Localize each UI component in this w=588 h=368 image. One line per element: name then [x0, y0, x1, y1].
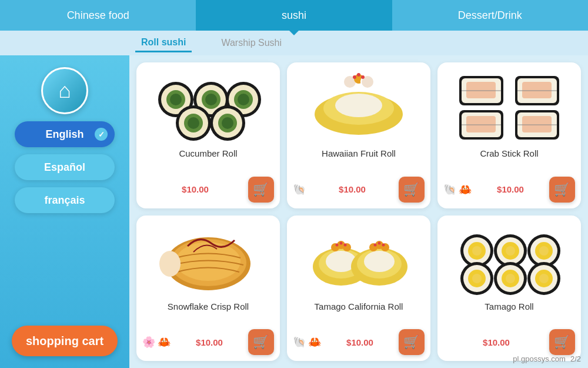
item-footer-crab-stick-roll: 🐚 🦀 $10.00 🛒	[443, 177, 575, 203]
tamago-california-roll-image	[293, 221, 425, 298]
cucumber-roll-image	[142, 68, 274, 145]
shell-icon-tamago-ca: 🐚	[293, 336, 306, 349]
svg-point-88	[506, 274, 515, 283]
shopping-cart-button[interactable]: shopping cart	[12, 326, 118, 356]
item-icons-crab-stick: 🐚 🦀	[443, 183, 472, 196]
svg-point-30	[361, 75, 365, 79]
tab-chinese-food[interactable]: Chinese food	[0, 0, 196, 31]
item-name-crab-stick-roll: Crab Stick Roll	[480, 148, 538, 158]
item-name-snowflake-crisp-roll: Snowflake Crisp Roll	[168, 301, 249, 311]
crab-icon-snowflake: 🦀	[158, 336, 171, 349]
svg-point-29	[357, 73, 360, 77]
lang-espanol-label: Español	[44, 161, 85, 174]
item-price-hawaiian-roll: $10.00	[339, 184, 366, 194]
svg-rect-37	[522, 82, 552, 98]
main-layout: ⌂ English ✓ Español français shopping ca…	[0, 55, 588, 368]
hawaiian-roll-image	[293, 68, 425, 145]
svg-point-68	[382, 244, 385, 247]
shell-icon-hawaiian: 🐚	[293, 184, 306, 195]
items-grid: Cucumber Roll $10.00 🛒	[129, 55, 588, 368]
snowflake-roll-image	[142, 221, 274, 298]
sidebar: ⌂ English ✓ Español français shopping ca…	[0, 55, 129, 368]
svg-point-66	[374, 244, 377, 247]
svg-point-11	[238, 94, 249, 105]
item-price-tamago-roll: $10.00	[483, 337, 510, 347]
svg-point-49	[176, 242, 240, 281]
svg-point-92	[539, 274, 549, 283]
svg-point-76	[506, 246, 515, 256]
add-to-cart-tamago-california-roll[interactable]: 🛒	[399, 329, 425, 355]
item-price-tamago-california-roll: $10.00	[346, 337, 373, 347]
top-navigation: Chinese food sushi Dessert/Drink	[0, 0, 588, 31]
item-footer-hawaiian-roll: 🐚 $10.00 🛒	[293, 177, 425, 203]
add-to-cart-crab-stick-roll[interactable]: 🛒	[549, 177, 575, 203]
svg-point-3	[170, 94, 182, 105]
svg-rect-33	[466, 82, 496, 98]
item-footer-tamago-california-roll: 🐚 🦀 $10.00 🛒	[293, 329, 425, 355]
svg-point-84	[472, 274, 482, 283]
item-card-snowflake-crisp-roll: Snowflake Crisp Roll 🌸 🦀 $10.00 🛒	[136, 216, 280, 362]
flower-icon-snowflake: 🌸	[142, 336, 155, 349]
svg-point-28	[353, 75, 356, 79]
item-name-hawaiian-roll: Hawaiian Fruit Roll	[322, 148, 396, 158]
subtab-warship-sushi[interactable]: Warship Sushi	[215, 35, 288, 51]
svg-point-22	[335, 94, 382, 117]
lang-english-label: English	[45, 128, 83, 141]
lang-francais-button[interactable]: français	[15, 187, 115, 213]
item-footer-tamago-roll: $10.00 🛒	[443, 329, 575, 355]
item-icons-hawaiian-roll: 🐚	[293, 183, 306, 196]
item-price-cucumber-roll: $10.00	[182, 184, 209, 194]
item-price-crab-stick-roll: $10.00	[497, 184, 524, 194]
item-footer-snowflake-crisp-roll: 🌸 🦀 $10.00 🛒	[142, 329, 274, 355]
item-icons-snowflake: 🌸 🦀	[142, 336, 171, 349]
svg-point-58	[340, 242, 343, 245]
svg-rect-41	[466, 116, 496, 132]
svg-point-15	[188, 117, 199, 129]
svg-point-67	[378, 242, 381, 245]
tamago-roll-image	[443, 221, 575, 298]
tab-dessert-drink[interactable]: Dessert/Drink	[392, 0, 588, 31]
svg-point-7	[205, 94, 217, 105]
lang-espanol-button[interactable]: Español	[15, 154, 115, 180]
svg-point-72	[472, 246, 482, 256]
lang-francais-label: français	[44, 194, 85, 207]
add-to-cart-hawaiian-roll[interactable]: 🛒	[399, 177, 425, 203]
home-icon: ⌂	[58, 78, 71, 103]
item-name-cucumber-roll: Cucumber Roll	[179, 148, 237, 158]
svg-rect-45	[522, 116, 552, 132]
lang-english-button[interactable]: English ✓	[15, 121, 115, 147]
add-to-cart-snowflake-crisp-roll[interactable]: 🛒	[248, 329, 274, 355]
lang-check-icon: ✓	[95, 128, 108, 141]
pagination-text: 2/2	[570, 354, 581, 363]
crab-icon-tamago-ca: 🦀	[308, 336, 321, 349]
item-footer-cucumber-roll: $10.00 🛒	[142, 177, 274, 203]
svg-point-62	[364, 251, 395, 272]
shell-icon-crab: 🐚	[443, 183, 456, 196]
add-to-cart-cucumber-roll[interactable]: 🛒	[248, 177, 274, 203]
add-to-cart-tamago-roll[interactable]: 🛒	[549, 329, 575, 355]
subtab-roll-sushi[interactable]: Roll sushi	[135, 34, 192, 52]
item-name-tamago-roll: Tamago Roll	[485, 301, 533, 311]
tab-sushi[interactable]: sushi	[196, 0, 392, 31]
svg-point-57	[336, 244, 339, 247]
item-price-snowflake-crisp-roll: $10.00	[196, 337, 223, 347]
item-card-hawaiian-fruit-roll: Hawaiian Fruit Roll 🐚 $10.00 🛒	[287, 62, 430, 208]
crab-icon: 🦀	[459, 183, 472, 196]
svg-point-19	[222, 117, 233, 129]
svg-point-59	[344, 244, 347, 247]
item-name-tamago-california-roll: Tamago California Roll	[315, 301, 403, 311]
item-card-tamago-roll: Tamago Roll $10.00 🛒	[437, 216, 581, 362]
svg-point-80	[539, 246, 549, 256]
svg-point-50	[159, 251, 181, 277]
item-card-cucumber-roll: Cucumber Roll $10.00 🛒	[136, 62, 280, 208]
item-card-crab-stick-roll: Crab Stick Roll 🐚 🦀 $10.00 🛒	[437, 62, 581, 208]
crab-stick-roll-image	[443, 68, 575, 145]
item-icons-tamago-california: 🐚 🦀	[293, 336, 321, 349]
home-button[interactable]: ⌂	[41, 67, 88, 114]
item-card-tamago-california-roll: Tamago California Roll 🐚 🦀 $10.00 🛒	[287, 216, 430, 362]
watermark-text: pl.gpossys.com	[513, 354, 566, 363]
